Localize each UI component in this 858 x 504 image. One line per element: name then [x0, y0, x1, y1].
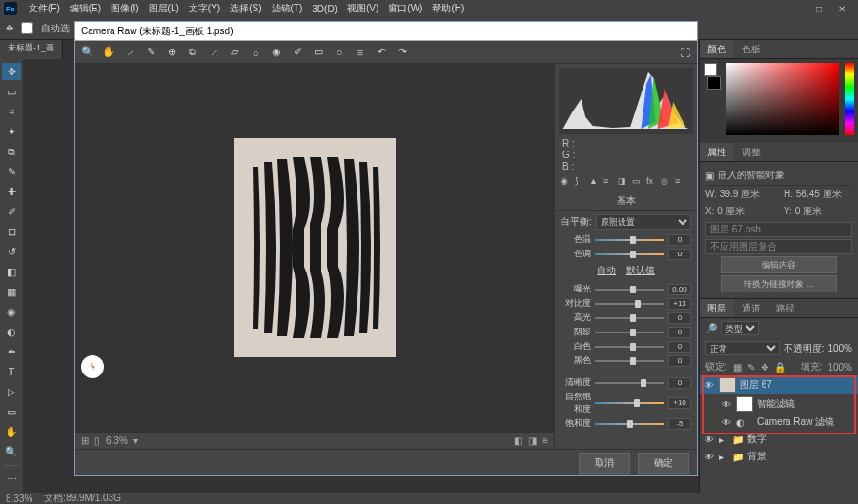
shadow-clip-icon[interactable]: ◧ — [514, 435, 522, 446]
crop-icon[interactable]: ⧉ — [186, 46, 199, 59]
layers-tab[interactable]: 图层 — [700, 299, 734, 317]
menu-3d[interactable]: 3D(D) — [308, 4, 341, 14]
lasso-tool[interactable]: ⌗ — [2, 103, 21, 120]
gradfilt-icon[interactable]: ▭ — [312, 46, 325, 59]
zoom-readout[interactable]: 6.3% — [106, 435, 128, 446]
lock-trans-icon[interactable]: ▦ — [733, 362, 742, 373]
marquee-tool[interactable]: ▭ — [2, 83, 21, 100]
blend-select[interactable]: 正常 — [705, 341, 780, 355]
channels-tab[interactable]: 通道 — [734, 299, 768, 317]
eraser-tool[interactable]: ◧ — [2, 263, 21, 280]
auto-select-checkbox[interactable] — [21, 22, 33, 34]
fill-value[interactable]: 100% — [827, 362, 852, 373]
menu-edit[interactable]: 编辑(E) — [66, 2, 105, 15]
slider-track[interactable] — [595, 299, 664, 309]
detail-tab-icon[interactable]: ▲ — [589, 176, 601, 188]
slider-value[interactable]: -5 — [668, 418, 691, 430]
minimize-icon[interactable]: — — [787, 2, 805, 15]
cr-canvas[interactable]: 🦌 — [75, 64, 554, 432]
menu-select[interactable]: 选择(S) — [226, 2, 265, 15]
stamp-tool[interactable]: ⊟ — [2, 223, 21, 240]
transform-icon[interactable]: ▱ — [228, 46, 241, 59]
redeye-icon[interactable]: ◉ — [270, 46, 283, 59]
rotate-r-icon[interactable]: ↷ — [396, 46, 409, 59]
curve-tab-icon[interactable]: ⟆ — [575, 176, 586, 188]
paths-tab[interactable]: 路径 — [768, 299, 803, 317]
slider-track[interactable] — [595, 250, 664, 259]
target-icon[interactable]: ⊕ — [165, 46, 178, 59]
radfilt-icon[interactable]: ○ — [333, 46, 346, 59]
slider-track[interactable] — [595, 285, 664, 294]
slider-value[interactable]: 0 — [668, 312, 691, 324]
slider-track[interactable] — [595, 342, 664, 352]
heal-tool[interactable]: ✚ — [2, 183, 21, 200]
menu-filter[interactable]: 滤镜(T) — [268, 2, 307, 15]
lock-all-icon[interactable]: 🔒 — [774, 362, 786, 373]
close-icon[interactable]: ✕ — [833, 2, 850, 15]
edit-toolbar[interactable]: ⋯ — [2, 471, 21, 488]
gradient-tool[interactable]: ▦ — [2, 283, 21, 300]
slider-track[interactable] — [595, 356, 664, 366]
spot-icon[interactable]: ⌕ — [249, 46, 262, 59]
properties-tab[interactable]: 属性 — [700, 143, 734, 161]
type-tool[interactable]: T — [2, 363, 21, 380]
slider-value[interactable]: +13 — [668, 298, 691, 310]
slider-track[interactable] — [595, 419, 664, 429]
split-tab-icon[interactable]: ◨ — [618, 176, 629, 188]
filter-select[interactable]: 类型 — [721, 321, 759, 335]
maximize-icon[interactable]: □ — [810, 2, 827, 15]
slider-value[interactable]: 0 — [668, 327, 691, 338]
doc-zoom[interactable]: 8.33% — [6, 494, 32, 504]
blur-tool[interactable]: ◉ — [2, 303, 21, 320]
hand-icon[interactable]: ✋ — [102, 46, 115, 59]
lock-pixel-icon[interactable]: ✎ — [747, 362, 755, 373]
cancel-button[interactable]: 取消 — [579, 453, 630, 474]
slider-track[interactable] — [595, 235, 664, 245]
filter-icon[interactable]: 🔎 — [705, 323, 717, 333]
pen-tool[interactable]: ✒ — [2, 343, 21, 360]
color-tab[interactable]: 颜色 — [700, 40, 734, 58]
zoom-tool[interactable]: 🔍 — [2, 443, 21, 460]
wb-icon[interactable]: ⟋ — [123, 46, 136, 59]
hsl-tab-icon[interactable]: ≡ — [603, 176, 615, 188]
history-tool[interactable]: ↺ — [2, 243, 21, 260]
menu-help[interactable]: 帮助(H) — [428, 2, 468, 15]
slider-value[interactable]: 0 — [668, 341, 691, 353]
slider-track[interactable] — [595, 398, 664, 408]
edit-contents-button[interactable]: 编辑内容 — [721, 256, 837, 273]
preset-tab-icon[interactable]: ≡ — [675, 176, 686, 188]
menu-image[interactable]: 图像(I) — [107, 2, 142, 15]
cal-tab-icon[interactable]: ◎ — [661, 176, 672, 188]
rotate-l-icon[interactable]: ↶ — [375, 46, 388, 59]
slider-track[interactable] — [595, 313, 664, 323]
lens-tab-icon[interactable]: ▭ — [632, 176, 644, 188]
sampler-icon[interactable]: ✎ — [144, 46, 157, 59]
cr-menu-icon[interactable]: ≡ — [542, 435, 548, 446]
layer-row[interactable]: 👁▸📁背景 — [700, 448, 858, 465]
menu-file[interactable]: 文件(F) — [25, 2, 64, 15]
opacity-value[interactable]: 100% — [827, 343, 852, 353]
lock-pos-icon[interactable]: ✥ — [761, 362, 768, 373]
crop-tool[interactable]: ⧉ — [2, 143, 21, 160]
slider-track[interactable] — [595, 328, 664, 337]
brush-tool[interactable]: ✐ — [2, 203, 21, 220]
wand-tool[interactable]: ✦ — [2, 123, 21, 140]
hue-strip[interactable] — [845, 63, 854, 135]
adjustments-tab[interactable]: 调整 — [734, 143, 768, 161]
shape-tool[interactable]: ▭ — [2, 403, 21, 420]
fx-tab-icon[interactable]: fx — [646, 176, 658, 188]
menu-layer[interactable]: 图层(L) — [145, 2, 183, 15]
color-field[interactable] — [726, 63, 839, 135]
basic-tab-icon[interactable]: ◉ — [561, 176, 572, 188]
wb-select[interactable]: 原照设置 — [596, 214, 691, 230]
menu-window[interactable]: 窗口(W) — [384, 2, 426, 15]
slider-track[interactable] — [595, 378, 664, 388]
slider-value[interactable]: +10 — [668, 397, 691, 409]
path-tool[interactable]: ▷ — [2, 383, 21, 400]
slider-value[interactable]: 0 — [668, 355, 691, 367]
ok-button[interactable]: 确定 — [638, 453, 689, 474]
visibility-icon[interactable]: 👁 — [704, 452, 715, 462]
single-icon[interactable]: ▯ — [94, 435, 100, 446]
highlight-clip-icon[interactable]: ◨ — [528, 435, 537, 446]
slider-value[interactable]: 0 — [668, 234, 691, 246]
